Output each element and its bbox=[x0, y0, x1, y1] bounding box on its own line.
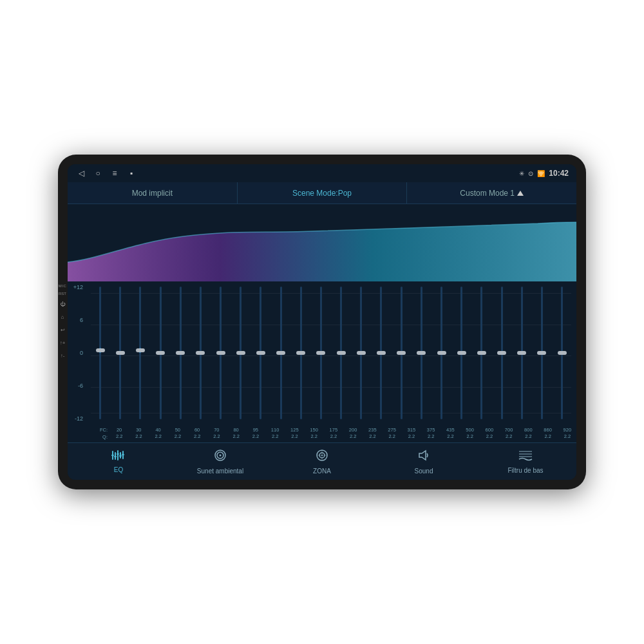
fc-val-2: 40 bbox=[155, 427, 160, 433]
freq-col-23: 920 2.2 bbox=[558, 427, 576, 440]
slider-band-23[interactable] bbox=[553, 284, 571, 422]
slider-band-18[interactable] bbox=[452, 284, 471, 422]
home-side-button[interactable]: ⌂ bbox=[58, 312, 67, 321]
slider-thumb-18[interactable] bbox=[457, 351, 466, 355]
fc-val-17: 435 bbox=[446, 427, 455, 433]
slider-thumb-3[interactable] bbox=[156, 351, 165, 355]
freq-col-4: 60 2.2 bbox=[188, 427, 206, 440]
slider-thumb-20[interactable] bbox=[497, 351, 506, 355]
slider-band-2[interactable] bbox=[131, 284, 149, 422]
slider-band-8[interactable] bbox=[251, 284, 270, 422]
slider-thumb-17[interactable] bbox=[437, 351, 446, 355]
nav-back-button[interactable]: ◁ bbox=[75, 167, 87, 179]
q-val-11: 2.2 bbox=[330, 433, 337, 440]
slider-band-14[interactable] bbox=[372, 284, 390, 422]
slider-track-5 bbox=[200, 287, 202, 419]
slider-band-5[interactable] bbox=[191, 284, 210, 422]
power-button[interactable]: ⏻ bbox=[58, 299, 67, 308]
freq-col-18: 500 2.2 bbox=[461, 427, 479, 440]
slider-thumb-2[interactable] bbox=[136, 348, 145, 352]
slider-track-14 bbox=[380, 287, 382, 419]
slider-thumb-6[interactable] bbox=[216, 351, 225, 355]
q-val-3: 2.2 bbox=[175, 433, 181, 440]
slider-thumb-15[interactable] bbox=[397, 351, 406, 355]
slider-thumb-13[interactable] bbox=[357, 351, 366, 355]
slider-thumb-11[interactable] bbox=[316, 351, 325, 355]
slider-band-11[interactable] bbox=[312, 284, 330, 422]
svg-rect-9 bbox=[119, 455, 122, 457]
slider-thumb-22[interactable] bbox=[537, 351, 546, 355]
tab-filtru[interactable]: Filtru de bas bbox=[475, 443, 576, 480]
label-minus6: -6 bbox=[78, 383, 83, 389]
slider-band-10[interactable] bbox=[292, 284, 310, 422]
slider-thumb-9[interactable] bbox=[276, 351, 285, 355]
slider-thumb-4[interactable] bbox=[176, 351, 185, 355]
slider-thumb-16[interactable] bbox=[417, 351, 426, 355]
nav-home-button[interactable]: ○ bbox=[92, 167, 104, 179]
slider-thumb-10[interactable] bbox=[296, 351, 305, 355]
slider-thumb-5[interactable] bbox=[196, 351, 205, 355]
slider-band-21[interactable] bbox=[513, 284, 531, 422]
slider-band-9[interactable] bbox=[272, 284, 290, 422]
q-val-18: 2.2 bbox=[466, 433, 473, 440]
mic-label: MIC bbox=[59, 284, 67, 288]
vol-down-button[interactable]: ↑- bbox=[58, 351, 67, 360]
slider-band-4[interactable] bbox=[171, 284, 190, 422]
q-val-13: 2.2 bbox=[369, 433, 375, 440]
slider-band-20[interactable] bbox=[492, 284, 511, 422]
slider-thumb-14[interactable] bbox=[377, 351, 386, 355]
mode-implicit[interactable]: Mod implicit bbox=[68, 182, 238, 204]
slider-track-1 bbox=[119, 287, 121, 419]
mode-custom[interactable]: Custom Mode 1 bbox=[407, 182, 576, 204]
side-buttons: MIC RST ⏻ ⌂ ↩ ↑+ ↑- bbox=[57, 284, 68, 360]
slider-band-7[interactable] bbox=[231, 284, 250, 422]
tab-zona[interactable]: ZONA bbox=[271, 443, 373, 480]
vol-up-button[interactable]: ↑+ bbox=[58, 338, 67, 347]
q-val-15: 2.2 bbox=[408, 433, 415, 440]
freq-col-9: 125 2.2 bbox=[285, 427, 303, 440]
slider-track-9 bbox=[280, 287, 282, 419]
slider-band-12[interactable] bbox=[332, 284, 350, 422]
freq-col-16: 375 2.2 bbox=[422, 427, 440, 440]
tab-eq-label: EQ bbox=[114, 466, 123, 473]
slider-thumb-21[interactable] bbox=[517, 351, 526, 355]
tab-eq[interactable]: EQ bbox=[68, 443, 169, 480]
slider-band-6[interactable] bbox=[211, 284, 230, 422]
fc-val-0: 20 bbox=[117, 427, 122, 433]
slider-band-17[interactable] bbox=[432, 284, 451, 422]
slider-band-15[interactable] bbox=[392, 284, 411, 422]
freq-col-15: 315 2.2 bbox=[402, 427, 421, 440]
mode-scene[interactable]: Scene Mode:Pop bbox=[238, 182, 408, 204]
tab-sunet[interactable]: Sunet ambiental bbox=[169, 443, 271, 480]
back-side-button[interactable]: ↩ bbox=[58, 325, 67, 334]
slider-thumb-12[interactable] bbox=[337, 351, 346, 355]
q-val-1: 2.2 bbox=[135, 433, 142, 440]
nav-menu-button[interactable]: ≡ bbox=[109, 167, 120, 179]
slider-thumb-19[interactable] bbox=[477, 351, 486, 355]
eq-sliders-container bbox=[86, 281, 576, 424]
slider-thumb-1[interactable] bbox=[116, 351, 125, 355]
slider-band-13[interactable] bbox=[352, 284, 370, 422]
freq-col-7: 95 2.2 bbox=[247, 427, 265, 440]
slider-band-1[interactable] bbox=[111, 284, 129, 422]
slider-thumb-23[interactable] bbox=[558, 351, 567, 355]
slider-band-19[interactable] bbox=[472, 284, 491, 422]
slider-band-0[interactable] bbox=[91, 284, 109, 422]
slider-band-3[interactable] bbox=[151, 284, 170, 422]
freq-col-5: 70 2.2 bbox=[207, 427, 225, 440]
slider-track-11 bbox=[320, 287, 322, 419]
slider-band-22[interactable] bbox=[533, 284, 551, 422]
nav-recent-button[interactable]: ▪ bbox=[126, 167, 137, 179]
slider-thumb-7[interactable] bbox=[236, 351, 245, 355]
slider-thumb-0[interactable] bbox=[96, 348, 105, 352]
slider-track-2 bbox=[139, 287, 141, 419]
q-val-20: 2.2 bbox=[506, 433, 512, 440]
q-val-5: 2.2 bbox=[213, 433, 220, 440]
slider-thumb-8[interactable] bbox=[256, 351, 265, 355]
eq-visualization bbox=[68, 204, 576, 281]
tab-sound[interactable]: Sound bbox=[373, 443, 475, 480]
slider-band-16[interactable] bbox=[412, 284, 431, 422]
q-label: Q: bbox=[102, 433, 108, 440]
bottom-nav: EQ Sunet ambiental bbox=[68, 442, 576, 480]
q-val-0: 2.2 bbox=[116, 433, 122, 440]
